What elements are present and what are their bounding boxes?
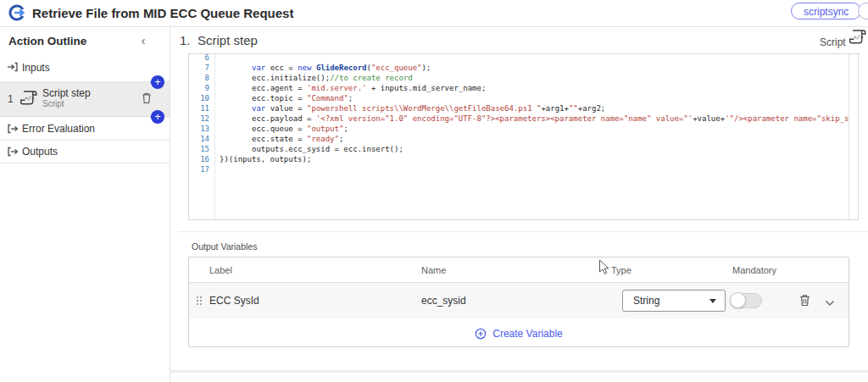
flow-action-designer: Retrieve File from MID ECC Queue Request… <box>0 0 868 382</box>
page-title: Retrieve File from MID ECC Queue Request <box>32 6 293 20</box>
svg-text:</>: </> <box>25 95 35 102</box>
output-variables-table: Label Name Type Mandatory ECC SysId ecc_… <box>188 257 849 347</box>
collapse-sidebar-chevron-icon[interactable]: ‹ <box>136 33 150 48</box>
create-variable-button[interactable]: Create Variable <box>189 318 849 348</box>
column-header-label: Label <box>209 265 232 275</box>
step-number: 1 <box>8 93 14 105</box>
top-header: Retrieve File from MID ECC Queue Request… <box>0 0 868 27</box>
column-header-name: Name <box>421 265 446 275</box>
code-line: ecc.payload = '<?xml version="1.0" encod… <box>252 113 849 124</box>
code-line: ecc.queue = "output"; <box>252 124 348 134</box>
sidebar-item-error-evaluation[interactable]: Error Evaluation <box>0 117 170 141</box>
code-line: outputs.ecc_sysid = ecc.insert(); <box>252 144 403 154</box>
action-circle-arrow-icon[interactable] <box>8 4 25 21</box>
output-arrow-icon <box>7 146 19 161</box>
plus-circle-icon <box>475 328 487 340</box>
svg-text:</>: </> <box>854 34 864 41</box>
sidebar-item-script-step[interactable]: 1 </> Script step Script <box>0 82 170 117</box>
script-scroll-icon: </> <box>849 29 867 48</box>
script-scroll-icon: </> <box>19 90 38 109</box>
code-line: ecc.topic = "Command"; <box>252 93 353 103</box>
type-select-value: String <box>633 295 659 307</box>
output-variables-heading: Output Variables <box>192 241 257 252</box>
input-arrow-icon <box>7 61 19 76</box>
column-header-mandatory: Mandatory <box>732 265 776 275</box>
code-line: ecc.initialize();//to create record <box>252 73 413 83</box>
sidebar-item-label: Inputs <box>22 62 50 74</box>
variable-name: ecc_sysid <box>421 295 466 307</box>
delete-step-trash-icon[interactable] <box>142 92 152 108</box>
add-step-button[interactable]: + <box>151 75 164 89</box>
sidebar-item-inputs[interactable]: Inputs <box>0 53 170 82</box>
script-code-editor[interactable]: 67891011121314151617 var ecc = new Glide… <box>188 53 859 220</box>
code-line: var ecc = new GlideRecord("ecc_queue"); <box>252 63 431 73</box>
type-select[interactable]: String <box>622 290 726 312</box>
step-heading-title: Script step <box>198 33 258 47</box>
toggle-knob <box>730 292 746 308</box>
step-heading-number: 1. <box>180 33 191 47</box>
drag-handle-icon[interactable] <box>197 296 198 298</box>
variable-label: ECC SysId <box>209 295 259 307</box>
delete-variable-trash-icon[interactable] <box>799 294 810 310</box>
table-header-row: Label Name Type Mandatory <box>189 257 849 283</box>
code-line: ecc.agent = 'mid.server.' + inputs.mid_s… <box>252 83 486 93</box>
script-type-label: Script <box>820 36 846 48</box>
sidebar-item-outputs[interactable]: Outputs <box>0 141 170 163</box>
bottom-divider <box>170 370 868 373</box>
sidebar-item-sublabel: Script <box>42 99 64 108</box>
create-variable-label: Create Variable <box>492 328 563 340</box>
expand-row-chevron-icon[interactable] <box>825 295 835 310</box>
sidebar-item-label: Outputs <box>22 146 58 158</box>
variable-row[interactable]: ECC SysId ecc_sysid String <box>189 283 849 318</box>
code-line: })(inputs, outputs); <box>220 154 311 164</box>
action-outline-heading: Action Outline <box>8 35 86 47</box>
code-line: ecc.state = "ready"; <box>252 134 343 144</box>
sidebar-item-label: Error Evaluation <box>22 123 95 135</box>
column-header-type: Type <box>611 265 632 275</box>
sidebar-item-label: Script step <box>42 87 91 99</box>
mandatory-toggle[interactable] <box>730 293 762 308</box>
add-step-button[interactable]: + <box>151 110 164 124</box>
sidebar-divider <box>170 26 170 382</box>
output-arrow-icon <box>7 123 19 138</box>
code-line: var value = "powershell scripts\\WordMer… <box>252 103 605 113</box>
code-area[interactable]: var ecc = new GlideRecord("ecc_queue");e… <box>189 54 849 219</box>
scriptsync-button[interactable]: scriptsync <box>791 3 861 19</box>
section-divider <box>178 231 868 232</box>
select-caret-icon <box>709 299 716 307</box>
clipped-button[interactable] <box>858 3 868 19</box>
editor-scrollbar-track[interactable] <box>849 54 849 219</box>
mouse-cursor <box>598 259 610 279</box>
